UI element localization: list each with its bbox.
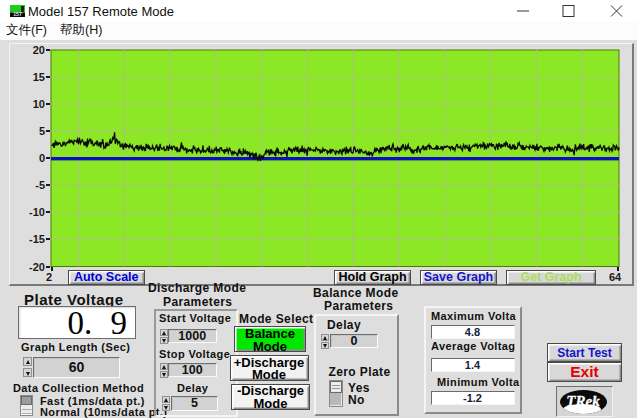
svg-text:TRek: TRek — [566, 393, 600, 409]
